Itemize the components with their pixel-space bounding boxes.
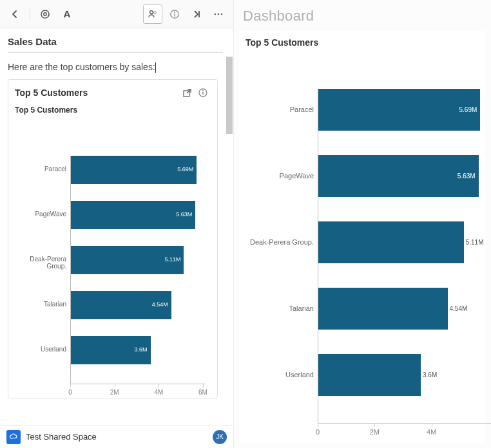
footer: Test Shared Space JK xyxy=(0,425,233,448)
value-label: 5.11M xyxy=(157,256,180,263)
people-button[interactable] xyxy=(143,5,162,24)
dashboard-pane: Dashboard Top 5 Customers Paracel5.69MPa… xyxy=(233,0,491,448)
svg-point-9 xyxy=(218,13,220,15)
value-label: 4.54M xyxy=(450,305,476,312)
x-tick: 0 xyxy=(61,389,80,396)
svg-point-1 xyxy=(44,12,46,15)
svg-point-3 xyxy=(154,11,157,14)
category-label: Talarian xyxy=(15,301,66,308)
editor-pane: Sales Data Here are the top customers by… xyxy=(0,28,226,425)
avatar[interactable]: JK xyxy=(213,430,227,444)
text-format-button[interactable]: A xyxy=(57,5,77,24)
editor-toolbar: A xyxy=(0,0,233,28)
category-label: Talarian xyxy=(246,304,314,312)
value-label: 3.6M xyxy=(423,371,448,378)
bar[interactable] xyxy=(318,354,421,396)
space-name[interactable]: Test Shared Space xyxy=(26,432,97,442)
separator xyxy=(30,8,30,21)
dashboard-card: Top 5 Customers Paracel5.69MPageWave5.63… xyxy=(239,31,486,443)
category-label: Deak-Perera Group. xyxy=(246,238,314,246)
bar[interactable] xyxy=(318,221,464,263)
mention-button[interactable] xyxy=(35,5,55,24)
bar[interactable] xyxy=(318,288,448,330)
category-label: Userland xyxy=(246,371,314,378)
x-tick: 0 xyxy=(308,428,327,436)
value-label: 5.69M xyxy=(170,166,193,173)
document-body[interactable]: Here are the top customers by sales: xyxy=(8,62,223,73)
dashboard-title: Dashboard xyxy=(234,0,491,26)
svg-point-8 xyxy=(215,13,217,15)
value-label: 3.6M xyxy=(124,346,148,353)
category-label: Userland xyxy=(15,346,66,353)
skip-end-button[interactable] xyxy=(187,5,206,24)
back-button[interactable] xyxy=(5,5,24,24)
category-label: Paracel xyxy=(246,106,314,113)
chart-subtitle: Top 5 Customers xyxy=(15,106,211,115)
value-label: 5.63M xyxy=(169,211,192,218)
value-label: 4.54M xyxy=(145,301,168,308)
chart-card: Top 5 Customers Top 5 Customers Paracel5… xyxy=(8,79,218,398)
scrollbar-track[interactable] xyxy=(226,57,233,404)
info-icon[interactable] xyxy=(195,85,211,100)
share-icon[interactable] xyxy=(180,85,195,100)
svg-point-0 xyxy=(41,10,49,18)
card-title: Top 5 Customers xyxy=(15,88,180,98)
category-label: PageWave xyxy=(246,172,314,180)
x-tick: 4M xyxy=(422,428,441,436)
scrollbar-thumb[interactable] xyxy=(226,57,233,134)
svg-point-13 xyxy=(202,90,204,91)
value-label: 5.11M xyxy=(466,239,491,246)
dashboard-card-title: Top 5 Customers xyxy=(246,37,486,48)
cloud-icon[interactable] xyxy=(6,430,21,444)
category-label: PageWave xyxy=(15,210,66,218)
more-button[interactable] xyxy=(209,5,228,24)
svg-rect-6 xyxy=(174,14,175,17)
chart-small: Paracel5.69MPageWave5.63MDeak-Perera Gro… xyxy=(15,117,211,394)
x-tick: 2M xyxy=(365,428,384,436)
svg-rect-14 xyxy=(202,92,203,95)
x-tick: 2M xyxy=(105,389,124,396)
value-label: 5.63M xyxy=(452,173,476,180)
value-label: 5.69M xyxy=(454,106,477,113)
document-title[interactable]: Sales Data xyxy=(8,36,223,47)
svg-point-10 xyxy=(221,13,223,15)
svg-point-2 xyxy=(150,10,153,14)
x-tick: 4M xyxy=(149,389,168,396)
chart-large: Paracel5.69MPageWave5.63MDeak-Perera Gro… xyxy=(246,50,486,443)
svg-point-5 xyxy=(174,12,175,13)
category-label: Deak-Perera Group. xyxy=(15,256,66,270)
info-button[interactable] xyxy=(165,5,184,24)
x-tick: 6M xyxy=(193,389,213,396)
category-label: Paracel xyxy=(15,165,66,173)
